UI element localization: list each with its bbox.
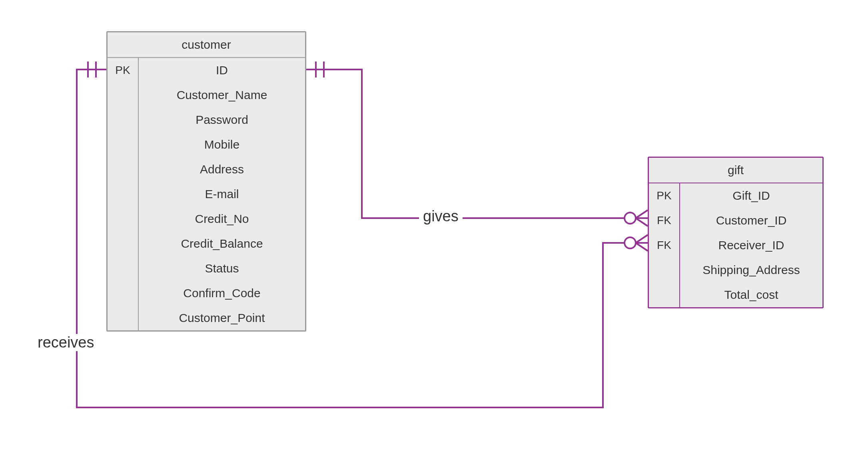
key-cell: FK [649, 233, 679, 258]
entity-customer: customer PK ID Customer_Name Password Mo… [106, 31, 306, 332]
svg-point-8 [625, 237, 636, 248]
entity-gift-attr-column: Gift_ID Customer_ID Receiver_ID Shipping… [680, 183, 822, 307]
entity-customer-key-column: PK [108, 58, 139, 330]
attr-cell: ID [139, 58, 305, 83]
svg-line-11 [636, 243, 648, 251]
attr-cell: Total_cost [680, 282, 822, 307]
key-cell [649, 282, 679, 307]
key-cell: FK [649, 208, 679, 233]
attr-cell: Credit_Balance [139, 231, 305, 256]
key-cell [108, 83, 138, 107]
key-cell: PK [108, 58, 138, 83]
attr-cell: Address [139, 157, 305, 182]
attr-cell: Gift_ID [680, 183, 822, 208]
attr-cell: Customer_Name [139, 83, 305, 107]
entity-gift: gift PK FK FK Gift_ID Customer_ID Receiv… [648, 157, 824, 308]
svg-point-2 [625, 213, 636, 224]
key-cell [108, 256, 138, 281]
attr-cell: Receiver_ID [680, 233, 822, 258]
svg-line-5 [636, 218, 648, 226]
attr-cell: Mobile [139, 132, 305, 157]
key-cell [108, 157, 138, 182]
key-cell [108, 231, 138, 256]
key-cell [108, 207, 138, 231]
entity-gift-title: gift [649, 158, 822, 183]
relationship-receives-label: receives [34, 334, 98, 351]
attr-cell: Customer_Point [139, 306, 305, 330]
entity-customer-attr-column: ID Customer_Name Password Mobile Address… [139, 58, 305, 330]
entity-customer-title: customer [108, 32, 305, 58]
key-cell: PK [649, 183, 679, 208]
attr-cell: Customer_ID [680, 208, 822, 233]
entity-gift-key-column: PK FK FK [649, 183, 680, 307]
attr-cell: E-mail [139, 182, 305, 207]
attr-cell: Status [139, 256, 305, 281]
key-cell [108, 281, 138, 306]
attr-cell: Credit_No [139, 207, 305, 231]
svg-line-3 [636, 210, 648, 218]
key-cell [108, 182, 138, 207]
key-cell [108, 107, 138, 132]
svg-line-9 [636, 235, 648, 243]
key-cell [108, 306, 138, 330]
attr-cell: Password [139, 107, 305, 132]
attr-cell: Confirm_Code [139, 281, 305, 306]
attr-cell: Shipping_Address [680, 258, 822, 282]
relationship-gives-label: gives [419, 208, 463, 225]
key-cell [649, 258, 679, 282]
key-cell [108, 132, 138, 157]
